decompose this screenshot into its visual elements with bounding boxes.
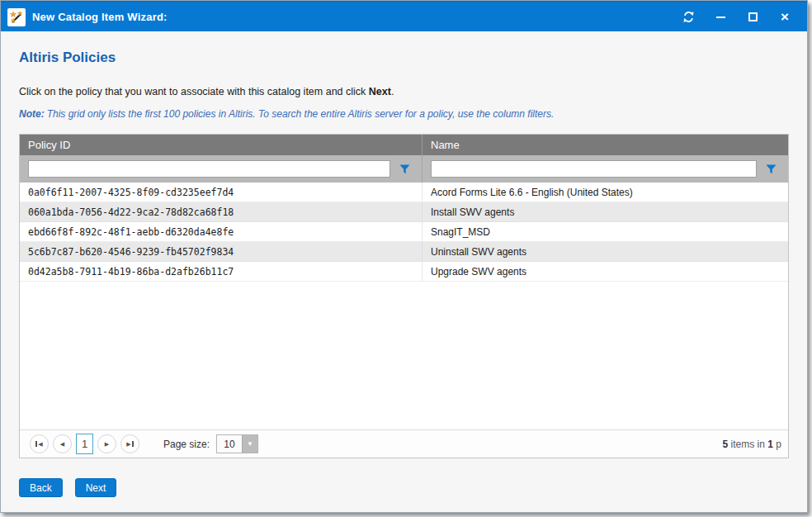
policy-id-filter-button[interactable] <box>394 160 415 178</box>
policy-id-cell: 5c6b7c87-b620-4546-9239-fb45702f9834 <box>20 242 422 261</box>
column-header-policy-id[interactable]: Policy ID <box>20 135 422 155</box>
policy-id-cell: 060a1bda-7056-4d22-9ca2-78d82ca68f18 <box>20 202 422 221</box>
grid-filter-row <box>20 155 788 183</box>
table-row[interactable]: ebd66f8f-892c-48f1-aebb-d6320da4e8fe Sna… <box>20 222 788 242</box>
pager-next-button[interactable]: ▶ <box>97 434 116 453</box>
grid-empty-area <box>20 282 788 429</box>
minimize-icon <box>716 17 725 18</box>
first-page-icon <box>35 441 37 447</box>
refresh-button[interactable] <box>677 7 699 27</box>
close-icon: × <box>781 10 789 24</box>
policy-id-cell: ebd66f8f-892c-48f1-aebb-d6320da4e8fe <box>20 222 422 241</box>
name-cell: Install SWV agents <box>422 202 788 221</box>
note-label: Note: <box>19 108 45 120</box>
last-page-icon <box>132 441 134 447</box>
page-size-dropdown-button[interactable]: ▼ <box>242 435 257 453</box>
name-cell: Acord Forms Lite 6.6 - English (United S… <box>422 183 788 202</box>
maximize-button[interactable] <box>742 7 763 27</box>
table-row[interactable]: 0a0f6f11-2007-4325-8f09-cd3235eef7d4 Aco… <box>20 183 788 202</box>
table-row[interactable]: 5c6b7c87-b620-4546-9239-fb45702f9834 Uni… <box>20 242 788 262</box>
next-page-icon: ▶ <box>105 441 109 447</box>
wizard-content: Altiris Policies Click on the policy tha… <box>1 50 807 513</box>
name-cell: Upgrade SWV agents <box>422 262 788 281</box>
name-filter-button[interactable] <box>760 160 781 178</box>
prev-page-icon: ◀ <box>60 441 64 447</box>
name-filter-input[interactable] <box>431 160 757 178</box>
policy-id-cell: 0d42a5b8-7911-4b19-86ba-d2afb26b11c7 <box>20 262 422 281</box>
column-header-name[interactable]: Name <box>422 135 788 155</box>
pages-count: 1 <box>767 439 773 450</box>
name-cell: SnagIT_MSD <box>422 222 788 241</box>
policies-grid: Policy ID Name <box>19 134 789 458</box>
pager: ◀ ◀ 1 ▶ ▶ Page size: 10 ▼ 5 items in 1 p <box>20 429 788 458</box>
instruction-suffix: . <box>391 86 394 97</box>
window-title: New Catalog Item Wizard: <box>32 11 677 23</box>
page-size-select: 10 ▼ <box>216 434 258 453</box>
pager-first-button[interactable]: ◀ <box>30 434 49 453</box>
refresh-icon <box>682 11 695 23</box>
instruction-next-emphasis: Next <box>369 86 391 97</box>
page-title: Altiris Policies <box>19 50 789 66</box>
wizard-window: New Catalog Item Wizard: × Altiris <box>0 0 808 513</box>
table-row[interactable]: 060a1bda-7056-4d22-9ca2-78d82ca68f18 Ins… <box>20 202 788 222</box>
wizard-app-icon <box>7 8 26 26</box>
note-text: Note:This grid only lists the first 100 … <box>19 108 789 120</box>
page-size-label: Page size: <box>163 439 210 450</box>
page-size-value: 10 <box>217 435 242 453</box>
policy-id-filter-input[interactable] <box>28 160 390 178</box>
title-bar: New Catalog Item Wizard: × <box>1 1 807 31</box>
instruction-text: Click on the policy that you want to ass… <box>19 86 789 97</box>
pager-prev-button[interactable]: ◀ <box>53 434 72 453</box>
grid-header-row: Policy ID Name <box>20 135 788 155</box>
filter-funnel-icon <box>399 164 410 174</box>
chevron-down-icon: ▼ <box>247 440 253 448</box>
policy-id-cell: 0a0f6f11-2007-4325-8f09-cd3235eef7d4 <box>20 183 422 202</box>
close-button[interactable]: × <box>774 7 795 27</box>
instruction-prefix: Click on the policy that you want to ass… <box>19 86 369 97</box>
policy-id-filter-cell <box>20 155 422 183</box>
table-row[interactable]: 0d42a5b8-7911-4b19-86ba-d2afb26b11c7 Upg… <box>20 262 788 282</box>
back-button[interactable]: Back <box>19 478 63 497</box>
next-button[interactable]: Next <box>75 478 117 497</box>
maximize-icon <box>748 12 758 21</box>
name-filter-cell <box>422 155 788 183</box>
minimize-button[interactable] <box>710 7 731 27</box>
wizard-footer: Back Next <box>19 478 789 497</box>
pager-last-button[interactable]: ▶ <box>120 434 139 453</box>
pager-current-page[interactable]: 1 <box>76 434 93 454</box>
window-controls: × <box>677 7 795 27</box>
name-cell: Uninstall SWV agents <box>422 242 788 261</box>
note-body: This grid only lists the first 100 polic… <box>47 108 555 120</box>
filter-funnel-icon <box>766 164 777 174</box>
items-summary: 5 items in 1 p <box>723 439 781 450</box>
